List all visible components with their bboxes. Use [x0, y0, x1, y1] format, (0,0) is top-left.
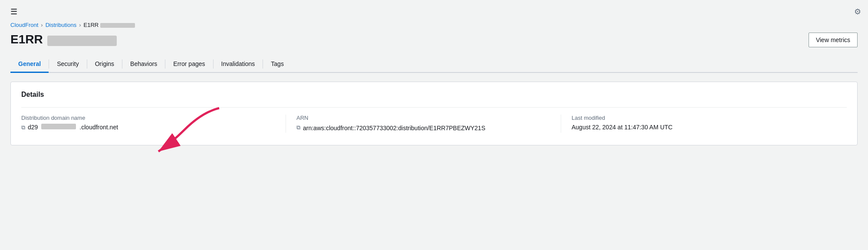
last-modified-label: Last modified [572, 115, 836, 121]
page-title: E1RR [10, 33, 117, 46]
last-modified-value: August 22, 2024 at 11:47:30 AM UTC [572, 124, 836, 131]
domain-redacted [41, 124, 76, 129]
arn-col: ARN ⧉ arn:aws:cloudfront::720357733002:d… [296, 115, 561, 133]
arn-copy-icon[interactable]: ⧉ [296, 124, 300, 131]
top-bar: ☰ [10, 7, 858, 16]
domain-suffix: .cloudfront.net [79, 124, 118, 131]
tab-invalidations[interactable]: Invalidations [214, 56, 263, 73]
hamburger-icon[interactable]: ☰ [10, 7, 17, 16]
tab-origins[interactable]: Origins [87, 56, 122, 73]
domain-prefix: d29 [28, 124, 38, 131]
domain-value: ⧉ d29.cloudfront.net [21, 124, 275, 131]
tab-error-pages[interactable]: Error pages [165, 56, 213, 73]
arn-value: ⧉ arn:aws:cloudfront::720357733002:distr… [296, 124, 550, 133]
breadcrumb-sep-2: › [79, 22, 81, 28]
tabs-nav: General Security Origins Behaviors Error… [10, 56, 858, 73]
tab-behaviors[interactable]: Behaviors [122, 56, 165, 73]
breadcrumb-current: E1RR [84, 22, 135, 28]
tab-security[interactable]: Security [49, 56, 87, 73]
breadcrumb-distributions[interactable]: Distributions [46, 22, 77, 28]
breadcrumb: CloudFront › Distributions › E1RR [10, 22, 858, 28]
last-modified-col: Last modified August 22, 2024 at 11:47:3… [572, 115, 847, 133]
details-card: Details Distribution domain name [10, 82, 858, 145]
settings-icon[interactable]: ⚙ [854, 7, 861, 16]
domain-col: Distribution domain name ⧉ d29.cloudfron… [21, 115, 286, 133]
domain-copy-icon[interactable]: ⧉ [21, 124, 25, 131]
arn-label: ARN [296, 115, 550, 121]
title-redacted-block [47, 36, 117, 46]
breadcrumb-sep-1: › [41, 22, 43, 28]
main-content: Details Distribution domain name [10, 73, 858, 145]
tab-general[interactable]: General [10, 56, 49, 73]
details-section-title: Details [21, 91, 847, 99]
breadcrumb-id-redacted [100, 23, 135, 28]
arn-text: arn:aws:cloudfront::720357733002:distrib… [303, 124, 485, 133]
breadcrumb-cloudfront[interactable]: CloudFront [10, 22, 38, 28]
last-modified-text: August 22, 2024 at 11:47:30 AM UTC [572, 124, 673, 131]
page-header: E1RR View metrics [10, 33, 858, 47]
domain-label: Distribution domain name [21, 115, 275, 121]
details-grid: Distribution domain name ⧉ d29.cloudfron… [21, 107, 847, 133]
tab-tags[interactable]: Tags [263, 56, 292, 73]
view-metrics-button[interactable]: View metrics [809, 33, 858, 47]
